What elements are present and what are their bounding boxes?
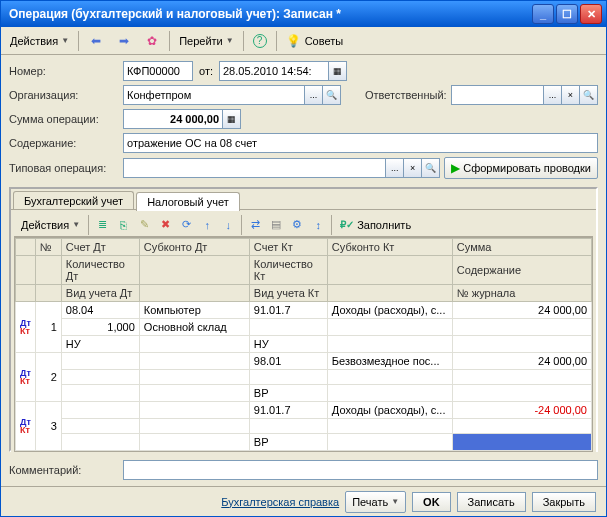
typeop-input[interactable] (123, 158, 386, 178)
move-down-button[interactable]: ↓ (218, 215, 238, 235)
actions-menu[interactable]: Действия ▼ (5, 30, 74, 52)
sum-input[interactable] (123, 109, 223, 129)
tab-tax[interactable]: Налоговый учет (136, 192, 240, 211)
comment-input[interactable] (123, 460, 598, 480)
filter-button[interactable]: ⚙ (287, 215, 307, 235)
org-input[interactable] (123, 85, 305, 105)
col-sub-dt[interactable]: Субконто Дт (139, 239, 249, 256)
cell-acc-kt[interactable]: 98.01 (249, 353, 327, 370)
resp-clear-button[interactable]: × (562, 85, 580, 105)
cell-jrn[interactable] (452, 385, 591, 402)
typeop-search-button[interactable]: 🔍 (422, 158, 440, 178)
save-button[interactable]: Записать (457, 492, 526, 512)
cell-blank[interactable] (139, 434, 249, 451)
cell-sum[interactable]: -24 000,00 (452, 402, 591, 419)
number-input[interactable] (123, 61, 193, 81)
date-input[interactable] (219, 61, 329, 81)
table-row[interactable]: ВР (16, 385, 592, 402)
cell-acc-dt[interactable] (61, 402, 139, 419)
col-qty-dt[interactable]: Количество Дт (61, 256, 139, 285)
col-vid-dt[interactable]: Вид учета Дт (61, 285, 139, 302)
org-select-button[interactable]: ... (305, 85, 323, 105)
col-content[interactable]: Содержание (452, 256, 591, 285)
cell-content[interactable] (452, 370, 591, 385)
typeop-select-button[interactable]: ... (386, 158, 404, 178)
cell-jrn[interactable] (452, 434, 591, 451)
fill-button[interactable]: ₽✓ Заполнить (335, 214, 416, 236)
grid-actions-menu[interactable]: Действия ▼ (16, 214, 85, 236)
cell-vid-kt[interactable]: ВР (249, 434, 327, 451)
cell-blank[interactable] (139, 336, 249, 353)
cell-qty-dt[interactable] (61, 419, 139, 434)
cell-sub-kt[interactable]: Доходы (расходы), с... (327, 302, 452, 319)
cell-num[interactable]: 1 (35, 302, 61, 353)
goto-menu[interactable]: Перейти ▼ (174, 30, 239, 52)
refresh-button[interactable]: ⟳ (176, 215, 196, 235)
cell-qty-kt[interactable] (249, 419, 327, 434)
cell-acc-kt[interactable]: 91.01.7 (249, 402, 327, 419)
prev-button[interactable]: ⬅ (83, 30, 109, 52)
cell-sub-dt[interactable]: Компьютер (139, 302, 249, 319)
cell-qty-kt[interactable] (249, 319, 327, 336)
content-input[interactable] (123, 133, 598, 153)
cell-qty-dt[interactable]: 1,000 (61, 319, 139, 336)
settings-button[interactable]: ✿ (139, 30, 165, 52)
date-picker-button[interactable]: ▦ (329, 61, 347, 81)
add-row-button[interactable]: ≣ (92, 215, 112, 235)
col-qty-kt[interactable]: Количество Кт (249, 256, 327, 285)
table-row[interactable]: 1,000Основной склад (16, 319, 592, 336)
maximize-button[interactable]: ☐ (556, 4, 578, 24)
table-row[interactable] (16, 419, 592, 434)
col-sum[interactable]: Сумма (452, 239, 591, 256)
cell-blank[interactable] (327, 434, 452, 451)
minimize-button[interactable]: _ (532, 4, 554, 24)
ok-button[interactable]: OK (412, 492, 451, 512)
cell-sum[interactable]: 24 000,00 (452, 302, 591, 319)
copy-row-button[interactable]: ⎘ (113, 215, 133, 235)
cell-sub-kt2[interactable] (327, 419, 452, 434)
cell-qty-kt[interactable] (249, 370, 327, 385)
cell-vid-dt[interactable]: НУ (61, 336, 139, 353)
resp-input[interactable] (451, 85, 544, 105)
resp-select-button[interactable]: ... (544, 85, 562, 105)
cell-num[interactable]: 3 (35, 402, 61, 451)
cell-sub-kt[interactable]: Доходы (расходы), с... (327, 402, 452, 419)
cell-blank[interactable] (139, 385, 249, 402)
cell-acc-dt[interactable]: 08.04 (61, 302, 139, 319)
cell-sub-dt[interactable] (139, 402, 249, 419)
org-search-button[interactable]: 🔍 (323, 85, 341, 105)
col-acc-dt[interactable]: Счет Дт (61, 239, 139, 256)
table-row[interactable]: ВР (16, 434, 592, 451)
cell-acc-dt[interactable] (61, 353, 139, 370)
typeop-clear-button[interactable]: × (404, 158, 422, 178)
cell-blank[interactable] (327, 385, 452, 402)
tips-button[interactable]: 💡 Советы (281, 30, 348, 52)
report-link[interactable]: Бухгалтерская справка (221, 496, 339, 508)
help-button[interactable]: ? (248, 30, 272, 52)
swap-button[interactable]: ⇄ (245, 215, 265, 235)
cell-sub-dt2[interactable] (139, 419, 249, 434)
table-row[interactable]: НУНУ (16, 336, 592, 353)
cell-vid-kt[interactable]: НУ (249, 336, 327, 353)
table-row[interactable]: ДтКт298.01Безвозмездное пос...24 000,00 (16, 353, 592, 370)
cell-sub-dt[interactable] (139, 353, 249, 370)
col-num[interactable]: № (35, 239, 61, 256)
cell-sub-kt[interactable]: Безвозмездное пос... (327, 353, 452, 370)
cell-vid-kt[interactable]: ВР (249, 385, 327, 402)
col-mark[interactable] (16, 239, 36, 256)
sum-calc-button[interactable]: ▦ (223, 109, 241, 129)
table-row[interactable]: ДтКт108.04Компьютер91.01.7Доходы (расход… (16, 302, 592, 319)
table-row[interactable]: ДтКт391.01.7Доходы (расходы), с...-24 00… (16, 402, 592, 419)
cell-sub-dt2[interactable] (139, 370, 249, 385)
move-up-button[interactable]: ↑ (197, 215, 217, 235)
entries-grid[interactable]: № Счет Дт Субконто Дт Счет Кт Субконто К… (15, 238, 592, 451)
list-button[interactable]: ▤ (266, 215, 286, 235)
sort-button[interactable]: ↕ (308, 215, 328, 235)
cell-sub-dt2[interactable]: Основной склад (139, 319, 249, 336)
cell-blank[interactable] (327, 336, 452, 353)
cell-content[interactable] (452, 319, 591, 336)
cell-vid-dt[interactable] (61, 434, 139, 451)
cell-sub-kt2[interactable] (327, 319, 452, 336)
generate-entries-button[interactable]: ▶ Сформировать проводки (444, 157, 598, 179)
cell-num[interactable]: 2 (35, 353, 61, 402)
